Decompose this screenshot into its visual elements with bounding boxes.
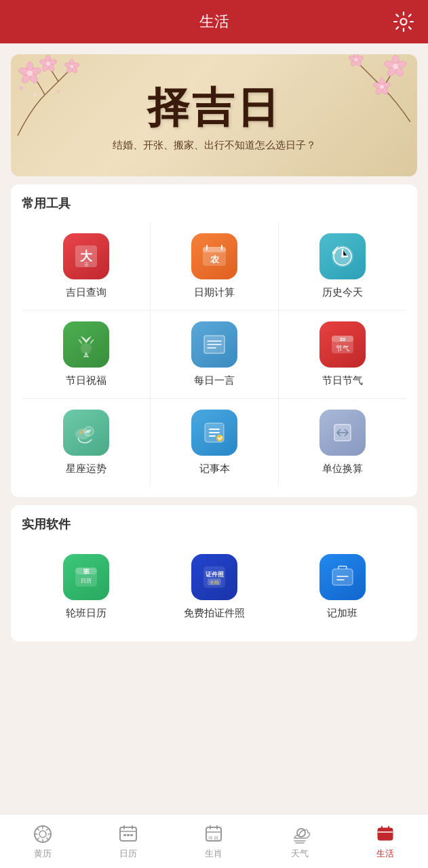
tianqi-icon: [289, 823, 311, 845]
xingzuo-icon: [63, 410, 109, 456]
svg-text:吉: 吉: [83, 262, 88, 267]
tool-dwei[interactable]: 单位换算: [278, 398, 406, 486]
jieqi-icon: 30 节气: [319, 321, 366, 368]
xingzuo-label: 星座运势: [66, 462, 106, 475]
svg-point-48: [341, 255, 344, 258]
common-tools-title: 常用工具: [22, 195, 406, 212]
banner-subtitle: 结婚、开张、搬家、出行不知道怎么选日子？: [113, 139, 316, 152]
svg-point-33: [380, 85, 384, 89]
shengxiao-icon: 生肖: [203, 823, 225, 845]
svg-rect-81: [130, 834, 133, 836]
svg-rect-86: [378, 828, 393, 840]
jishi-label: 记事本: [199, 462, 230, 475]
svg-rect-82: [127, 834, 130, 836]
jiaban-icon: [319, 554, 366, 600]
banner[interactable]: 择吉日 结婚、开张、搬家、出行不知道怎么选日子？: [11, 54, 417, 176]
software-title: 实用软件: [22, 516, 406, 532]
meiyi-label: 每日一言: [194, 374, 235, 387]
tool-jiji[interactable]: 大 吉 吉日查询: [22, 222, 150, 310]
jieri-icon: [63, 321, 109, 368]
software-jiaban[interactable]: 记加班: [278, 543, 406, 631]
shenghuo-icon: [374, 823, 396, 845]
svg-point-18: [71, 65, 74, 68]
svg-point-61: [81, 430, 83, 432]
nav-shenghuo[interactable]: 生活: [358, 818, 412, 865]
huangli-icon: [32, 823, 54, 845]
svg-point-27: [393, 64, 398, 69]
svg-text:大: 大: [79, 250, 93, 263]
jiaban-label: 记加班: [327, 607, 357, 620]
svg-rect-80: [123, 834, 126, 836]
software-zhenjian[interactable]: 证件照 全能 免费拍证件照: [150, 543, 278, 631]
nav-huangli[interactable]: 黄历: [16, 818, 70, 865]
svg-point-49: [81, 343, 92, 354]
tool-riqi[interactable]: 农 日期计算: [150, 222, 278, 310]
jieri-label: 节日祝福: [66, 374, 106, 387]
svg-text:30: 30: [340, 336, 346, 342]
jiji-icon: 大 吉: [63, 233, 109, 279]
jieqi-label: 节日节气: [322, 374, 363, 387]
svg-rect-74: [332, 569, 353, 585]
svg-point-12: [46, 62, 50, 66]
tool-lishi[interactable]: 历史今天: [278, 222, 406, 310]
tool-meiyi[interactable]: 每日一言: [150, 310, 278, 398]
riqi-label: 日期计算: [194, 286, 235, 299]
svg-point-0: [401, 19, 407, 25]
svg-point-78: [39, 831, 46, 837]
meiyi-icon: [191, 321, 237, 368]
svg-point-6: [27, 71, 33, 76]
nav-tianqi[interactable]: 天气: [273, 818, 327, 865]
settings-button[interactable]: [393, 11, 414, 33]
nav-rili[interactable]: 日历: [101, 818, 155, 865]
nav-shengxiao-label: 生肖: [205, 848, 222, 860]
jishi-icon: [191, 410, 237, 456]
header: 生活: [0, 0, 428, 43]
svg-rect-88: [387, 835, 390, 837]
svg-text:班: 班: [82, 568, 90, 575]
lunban-label: 轮班日历: [66, 607, 106, 620]
rili-icon: [117, 823, 139, 845]
svg-text:日历: 日历: [81, 578, 92, 584]
lishi-icon: [319, 233, 366, 279]
nav-shengxiao[interactable]: 生肖 生肖: [187, 818, 241, 865]
tool-jishi[interactable]: 记事本: [150, 398, 278, 486]
software-grid: 班 日历 轮班日历 证件照 全能 免费拍证件照: [22, 543, 406, 631]
svg-text:生肖: 生肖: [208, 835, 219, 842]
banner-title: 择吉日: [147, 79, 281, 136]
bottom-nav: 黄历 日历 生肖 生肖: [0, 814, 428, 868]
zhenjian-label: 免费拍证件照: [184, 607, 245, 620]
tool-jieri[interactable]: 节日祝福: [22, 310, 150, 398]
software-lunban[interactable]: 班 日历 轮班日历: [22, 543, 150, 631]
svg-point-20: [33, 94, 36, 96]
tool-jieqi[interactable]: 30 节气 节日节气: [278, 310, 406, 398]
lunban-icon: 班 日历: [63, 554, 109, 600]
common-tools-section: 常用工具 大 吉 吉日查询 农 日期计算: [11, 184, 417, 497]
svg-text:全能: 全能: [210, 580, 219, 585]
software-section: 实用软件 班 日历 轮班日历 证件照 全能: [11, 505, 417, 642]
jiji-label: 吉日查询: [66, 286, 106, 299]
svg-point-21: [57, 90, 60, 94]
tool-grid: 大 吉 吉日查询 农 日期计算: [22, 222, 406, 486]
dwei-icon: [319, 410, 366, 456]
nav-rili-label: 日历: [119, 848, 137, 860]
svg-text:农: 农: [210, 254, 220, 264]
nav-shenghuo-label: 生活: [376, 848, 394, 860]
svg-text:证件照: 证件照: [205, 571, 223, 578]
lishi-label: 历史今天: [322, 286, 363, 299]
dwei-label: 单位换算: [322, 462, 363, 475]
nav-huangli-label: 黄历: [34, 848, 52, 860]
svg-point-19: [19, 86, 23, 90]
svg-point-60: [79, 431, 82, 434]
riqi-icon: 农: [191, 233, 237, 279]
svg-text:节气: 节气: [336, 344, 349, 352]
svg-point-39: [355, 58, 358, 62]
svg-rect-87: [381, 835, 384, 837]
svg-point-63: [216, 435, 223, 441]
zhenjian-icon: 证件照 全能: [191, 554, 237, 600]
tool-xingzuo[interactable]: 星座运势: [22, 398, 150, 486]
nav-tianqi-label: 天气: [291, 848, 309, 860]
page-title: 生活: [199, 12, 229, 32]
